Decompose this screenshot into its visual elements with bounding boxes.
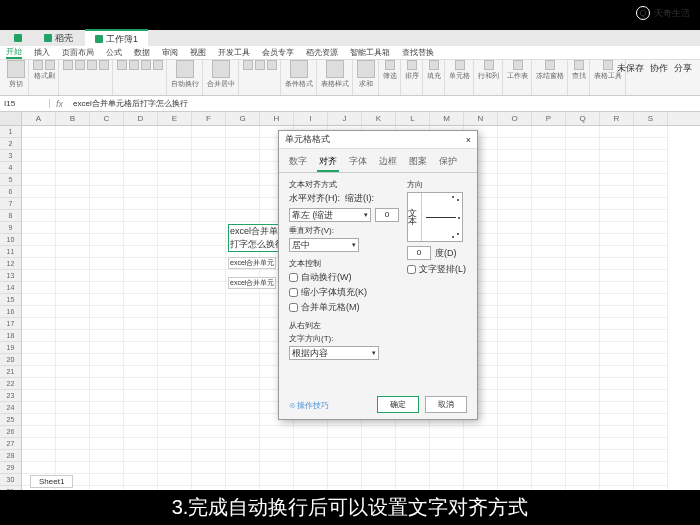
cell[interactable] (124, 450, 158, 462)
cell[interactable] (566, 402, 600, 414)
cell[interactable] (328, 462, 362, 474)
cell[interactable] (294, 438, 328, 450)
cell[interactable] (430, 474, 464, 486)
cell[interactable] (226, 450, 260, 462)
cell[interactable] (430, 426, 464, 438)
cell[interactable] (90, 378, 124, 390)
tablestyle-icon[interactable] (326, 60, 344, 78)
menu-resource[interactable]: 稻壳资源 (306, 47, 338, 58)
col-header[interactable]: K (362, 112, 396, 125)
cell[interactable] (226, 462, 260, 474)
cell[interactable] (56, 318, 90, 330)
cell[interactable] (22, 462, 56, 474)
cell[interactable] (532, 198, 566, 210)
italic-icon[interactable] (75, 60, 85, 70)
cell[interactable] (22, 450, 56, 462)
cell[interactable] (56, 378, 90, 390)
valign-icon[interactable] (153, 60, 163, 70)
cell[interactable] (362, 450, 396, 462)
cell[interactable] (600, 462, 634, 474)
tab-border[interactable]: 边框 (377, 153, 399, 172)
cell[interactable] (600, 342, 634, 354)
cell[interactable] (566, 294, 600, 306)
row-header[interactable]: 25 (0, 414, 22, 426)
cell[interactable] (498, 366, 532, 378)
cell[interactable] (566, 270, 600, 282)
cell[interactable] (600, 294, 634, 306)
color-icon[interactable] (99, 60, 109, 70)
cell[interactable] (566, 306, 600, 318)
cell[interactable] (90, 330, 124, 342)
cell[interactable] (532, 450, 566, 462)
row-header[interactable]: 8 (0, 210, 22, 222)
cell[interactable] (566, 162, 600, 174)
cell[interactable] (634, 378, 668, 390)
cell[interactable] (600, 474, 634, 486)
col-header[interactable]: L (396, 112, 430, 125)
cell[interactable] (396, 426, 430, 438)
dialog-titlebar[interactable]: 单元格格式 × (279, 131, 477, 149)
cell[interactable] (532, 318, 566, 330)
cell-content[interactable]: excel合并单元 (228, 277, 276, 289)
cell[interactable] (56, 282, 90, 294)
menu-start[interactable]: 开始 (6, 46, 22, 59)
cell[interactable] (634, 258, 668, 270)
cell[interactable] (56, 258, 90, 270)
cell[interactable] (498, 474, 532, 486)
degree-spinner[interactable]: 0 (407, 246, 431, 260)
col-header[interactable]: F (192, 112, 226, 125)
cell[interactable] (532, 438, 566, 450)
cell[interactable] (124, 186, 158, 198)
cell[interactable] (158, 234, 192, 246)
cell[interactable] (124, 150, 158, 162)
cell[interactable] (532, 270, 566, 282)
cell[interactable] (158, 270, 192, 282)
cell[interactable] (124, 210, 158, 222)
cell[interactable] (498, 378, 532, 390)
cell[interactable] (566, 426, 600, 438)
cell[interactable] (158, 210, 192, 222)
row-header[interactable]: 27 (0, 438, 22, 450)
cell[interactable] (634, 186, 668, 198)
cell[interactable] (600, 282, 634, 294)
cell[interactable] (226, 330, 260, 342)
cell[interactable] (124, 318, 158, 330)
cell[interactable] (634, 318, 668, 330)
cell[interactable] (124, 306, 158, 318)
cell[interactable] (158, 450, 192, 462)
checkbox-input[interactable] (289, 303, 298, 312)
cell[interactable] (328, 426, 362, 438)
row-header[interactable]: 5 (0, 174, 22, 186)
cell[interactable] (532, 402, 566, 414)
cell[interactable] (600, 174, 634, 186)
condformat-icon[interactable] (290, 60, 308, 78)
cell[interactable] (498, 402, 532, 414)
row-header[interactable]: 23 (0, 390, 22, 402)
cell[interactable] (634, 462, 668, 474)
cell[interactable] (600, 162, 634, 174)
cell[interactable] (532, 330, 566, 342)
col-header[interactable]: G (226, 112, 260, 125)
name-box[interactable]: I15 (0, 99, 50, 108)
row-header[interactable]: 29 (0, 462, 22, 474)
cell[interactable] (566, 366, 600, 378)
cell[interactable] (634, 174, 668, 186)
textdir-select[interactable]: 根据内容 (289, 346, 379, 360)
cell[interactable] (90, 270, 124, 282)
cell[interactable] (498, 186, 532, 198)
cell[interactable] (498, 174, 532, 186)
col-header[interactable]: H (260, 112, 294, 125)
checkbox-input[interactable] (289, 288, 298, 297)
formula-input[interactable]: excel合并单元格后打字怎么换行 (69, 98, 700, 109)
tab-align[interactable]: 对齐 (317, 153, 339, 172)
cell[interactable] (56, 246, 90, 258)
cell[interactable] (158, 330, 192, 342)
cell[interactable] (90, 210, 124, 222)
find-icon[interactable] (574, 60, 584, 70)
cell[interactable] (464, 438, 498, 450)
cell[interactable] (634, 270, 668, 282)
cell[interactable] (532, 210, 566, 222)
cell[interactable] (90, 318, 124, 330)
cell[interactable] (158, 174, 192, 186)
cell-icon[interactable] (455, 60, 465, 70)
